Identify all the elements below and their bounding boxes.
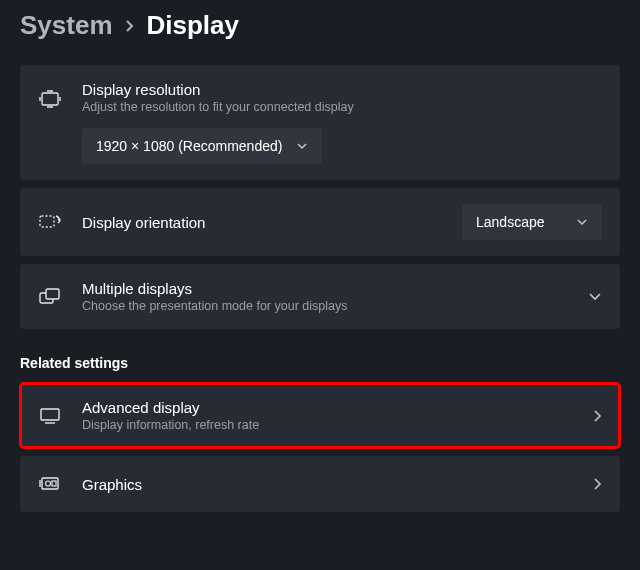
chevron-right-icon <box>125 19 135 33</box>
svg-point-6 <box>46 481 51 486</box>
advanced-title: Advanced display <box>82 399 572 416</box>
chevron-right-icon <box>592 409 602 423</box>
graphics-card[interactable]: Graphics <box>20 456 620 512</box>
breadcrumb-current: Display <box>147 10 240 41</box>
orientation-dropdown[interactable]: Landscape <box>462 204 602 240</box>
advanced-display-card[interactable]: Advanced display Display information, re… <box>20 383 620 448</box>
multiple-title: Multiple displays <box>82 280 568 297</box>
orientation-icon <box>38 210 62 234</box>
monitor-icon <box>38 404 62 428</box>
multiple-displays-icon <box>38 285 62 309</box>
display-resolution-card: Display resolution Adjust the resolution… <box>20 65 620 180</box>
card-body: Advanced display Display information, re… <box>82 399 572 432</box>
chevron-down-icon <box>576 218 588 226</box>
resolution-desc: Adjust the resolution to fit your connec… <box>82 100 602 114</box>
svg-rect-3 <box>46 289 59 299</box>
resolution-title: Display resolution <box>82 81 602 98</box>
svg-rect-0 <box>42 93 58 105</box>
resolution-icon <box>38 87 62 111</box>
breadcrumb: System Display <box>20 10 620 41</box>
expand-toggle[interactable] <box>588 292 602 302</box>
graphics-icon <box>38 472 62 496</box>
chevron-down-icon <box>296 142 308 150</box>
related-settings-heading: Related settings <box>20 355 620 371</box>
card-body: Display resolution Adjust the resolution… <box>82 81 602 164</box>
card-body: Multiple displays Choose the presentatio… <box>82 280 568 313</box>
chevron-right-icon <box>592 477 602 491</box>
breadcrumb-parent[interactable]: System <box>20 10 113 41</box>
graphics-title: Graphics <box>82 476 572 493</box>
multiple-displays-card[interactable]: Multiple displays Choose the presentatio… <box>20 264 620 329</box>
svg-rect-4 <box>41 409 59 420</box>
display-orientation-card: Display orientation Landscape <box>20 188 620 256</box>
right-control: Landscape <box>462 204 602 240</box>
resolution-selected: 1920 × 1080 (Recommended) <box>96 138 282 154</box>
card-body: Graphics <box>82 476 572 493</box>
card-body: Display orientation <box>82 214 442 231</box>
svg-rect-1 <box>40 216 54 227</box>
resolution-dropdown[interactable]: 1920 × 1080 (Recommended) <box>82 128 322 164</box>
orientation-title: Display orientation <box>82 214 442 231</box>
multiple-desc: Choose the presentation mode for your di… <box>82 299 568 313</box>
advanced-desc: Display information, refresh rate <box>82 418 572 432</box>
svg-rect-7 <box>52 481 56 486</box>
orientation-selected: Landscape <box>476 214 545 230</box>
